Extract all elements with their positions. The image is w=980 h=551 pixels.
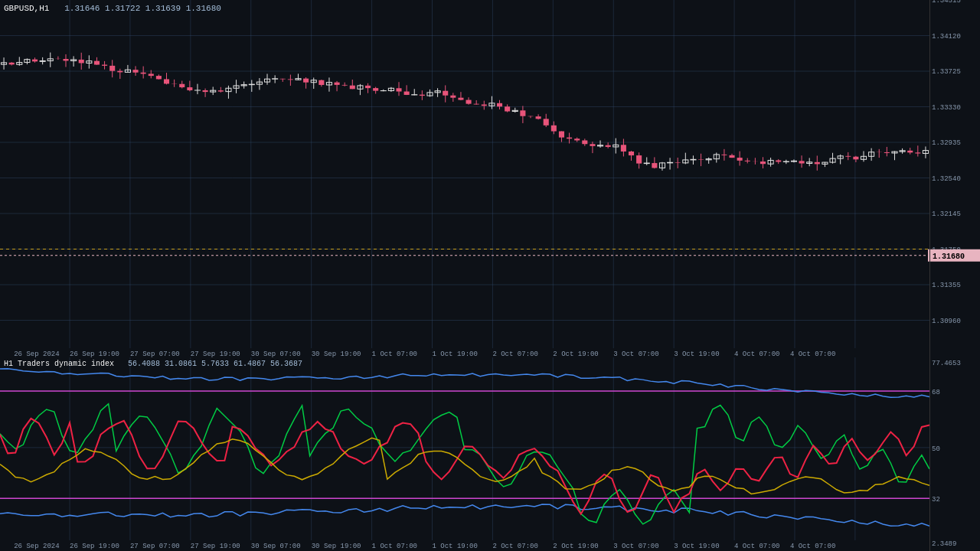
price-axis (929, 0, 980, 356)
chart-title: GBPUSD,H1 1.31646 1.31722 1.31639 1.3168… (4, 4, 221, 13)
ohlc-label: 1.31646 1.31722 1.31639 1.31680 (64, 4, 221, 13)
indicator-axis (929, 356, 980, 551)
indicator-panel (0, 356, 929, 551)
indicator-values: 56.4088 31.0861 5.7633 61.4867 56.3687 (128, 360, 302, 368)
chart-container: GBPUSD,H1 1.31646 1.31722 1.31639 1.3168… (0, 0, 980, 551)
main-chart (0, 0, 929, 356)
indicator-title: H1 Traders dynamic index 56.4088 31.0861… (4, 360, 302, 368)
symbol-label: GBPUSD,H1 (4, 4, 49, 13)
indicator-name: H1 Traders dynamic index (4, 360, 114, 368)
